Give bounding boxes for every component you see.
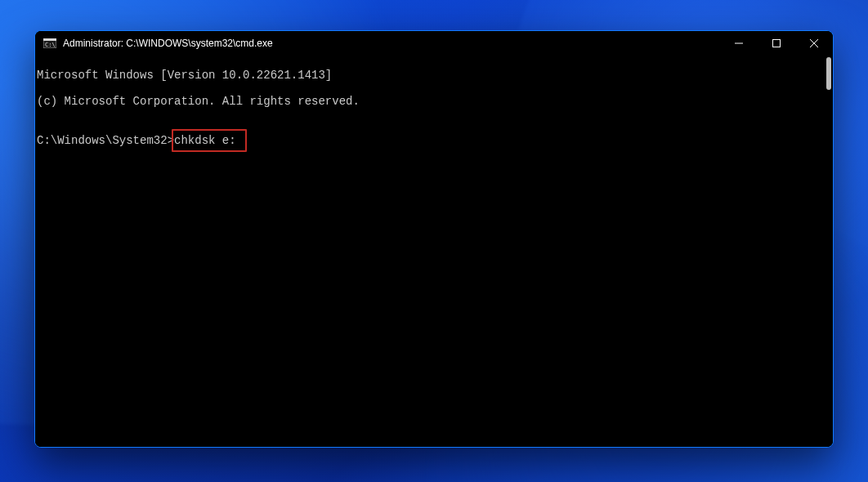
svg-rect-3	[773, 40, 781, 47]
cmd-icon: C:\	[43, 38, 56, 48]
maximize-button[interactable]	[758, 31, 795, 56]
window-title: Administrator: C:\WINDOWS\system32\cmd.e…	[63, 38, 273, 49]
vertical-scrollbar[interactable]	[826, 57, 831, 90]
terminal-output[interactable]: Microsoft Windows [Version 10.0.22621.14…	[35, 56, 821, 447]
minimize-button[interactable]	[720, 31, 758, 56]
svg-rect-1	[43, 38, 56, 41]
close-button[interactable]	[795, 31, 833, 56]
terminal-prompt-line: C:\Windows\System32>chkdsk e:	[37, 134, 819, 147]
command-highlight: chkdsk e:	[174, 134, 236, 147]
cmd-window: C:\ Administrator: C:\WINDOWS\system32\c…	[34, 30, 834, 448]
terminal-prompt: C:\Windows\System32>	[37, 134, 174, 147]
terminal-client-area[interactable]: Microsoft Windows [Version 10.0.22621.14…	[35, 56, 833, 447]
svg-text:C:\: C:\	[45, 42, 56, 48]
window-controls	[720, 31, 833, 56]
terminal-command[interactable]: chkdsk e:	[174, 134, 236, 147]
terminal-line: (c) Microsoft Corporation. All rights re…	[37, 95, 819, 108]
titlebar-drag-area[interactable]	[273, 31, 720, 56]
titlebar[interactable]: C:\ Administrator: C:\WINDOWS\system32\c…	[35, 31, 833, 56]
terminal-line: Microsoft Windows [Version 10.0.22621.14…	[37, 69, 819, 82]
